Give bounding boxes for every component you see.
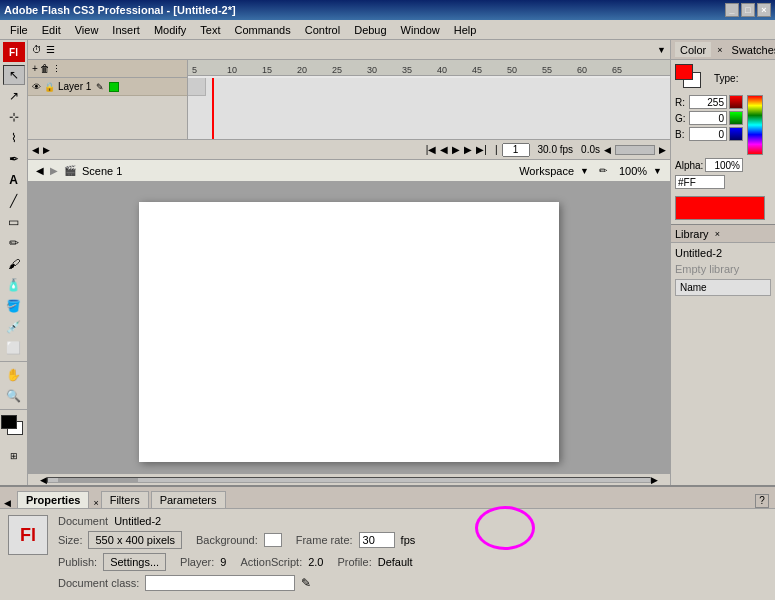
- lasso-tool[interactable]: ⌇: [3, 128, 25, 148]
- next-frame-btn[interactable]: ▶: [464, 144, 472, 155]
- scroll-h-track[interactable]: [47, 477, 651, 483]
- g-input[interactable]: [689, 111, 727, 125]
- frame-1[interactable]: [188, 78, 206, 96]
- layer-1-row[interactable]: 👁 🔒 Layer 1 ✎: [28, 78, 187, 96]
- hand-tool[interactable]: ✋: [3, 365, 25, 385]
- timeline-collapse[interactable]: ▼: [657, 45, 666, 55]
- b-input[interactable]: [689, 127, 727, 141]
- docclass-input[interactable]: [145, 575, 295, 591]
- size-value: 550 x 400 pixels: [95, 534, 175, 546]
- brush-tool[interactable]: 🖌: [3, 254, 25, 274]
- layer-visibility-icon[interactable]: 👁: [32, 82, 41, 92]
- fill-swatch[interactable]: [675, 64, 693, 80]
- workspace-label[interactable]: Workspace: [519, 165, 574, 177]
- r-input[interactable]: [689, 95, 727, 109]
- timeline-menu-icon[interactable]: ☰: [46, 44, 55, 55]
- pen-tool[interactable]: ✒: [3, 149, 25, 169]
- menu-help[interactable]: Help: [448, 22, 483, 38]
- canvas-area[interactable]: [28, 182, 670, 473]
- alpha-input[interactable]: [705, 158, 743, 172]
- scroll-h-right-btn[interactable]: ▶: [651, 475, 658, 485]
- nav-back-btn[interactable]: ◀: [36, 165, 44, 176]
- line-tool[interactable]: ╱: [3, 191, 25, 211]
- eraser-tool[interactable]: ⬜: [3, 338, 25, 358]
- stroke-fill-swatches[interactable]: [675, 64, 707, 92]
- rectangle-tool[interactable]: ▭: [3, 212, 25, 232]
- prev-frame-btn[interactable]: ◀: [440, 144, 448, 155]
- scroll-h-thumb[interactable]: [58, 478, 138, 482]
- g-gradient[interactable]: [729, 111, 743, 125]
- filters-tab[interactable]: Filters: [101, 491, 149, 508]
- zoom-dropdown-icon[interactable]: ▼: [653, 166, 662, 176]
- scroll-h-left-btn[interactable]: ◀: [40, 475, 47, 485]
- menu-control[interactable]: Control: [299, 22, 346, 38]
- r-gradient[interactable]: [729, 95, 743, 109]
- menu-view[interactable]: View: [69, 22, 105, 38]
- nav-forward-btn[interactable]: ▶: [50, 165, 58, 176]
- title-buttons[interactable]: _ □ ×: [725, 3, 771, 17]
- flash-canvas[interactable]: [139, 202, 559, 462]
- collapse-timeline-btn[interactable]: ◀: [32, 145, 39, 155]
- close-button[interactable]: ×: [757, 3, 771, 17]
- add-layer-btn[interactable]: +: [32, 63, 38, 74]
- pencil-tool[interactable]: ✏: [3, 233, 25, 253]
- layer-lock-icon[interactable]: 🔒: [44, 82, 55, 92]
- docclass-edit-icon[interactable]: ✎: [301, 576, 311, 590]
- b-gradient[interactable]: [729, 127, 743, 141]
- size-button[interactable]: 550 x 400 pixels: [88, 531, 182, 549]
- menu-insert[interactable]: Insert: [106, 22, 146, 38]
- frame-rate-input[interactable]: [359, 532, 395, 548]
- color-tab[interactable]: Color: [675, 42, 711, 57]
- current-frame-input[interactable]: [502, 143, 530, 157]
- properties-tab[interactable]: Properties: [17, 491, 89, 508]
- timeline-header: ⏱ ☰ ▼: [28, 40, 670, 60]
- menu-text[interactable]: Text: [194, 22, 226, 38]
- menu-edit[interactable]: Edit: [36, 22, 67, 38]
- prop-fields: Document Untitled-2 Size: 550 x 400 pixe…: [58, 515, 415, 591]
- color-spectrum[interactable]: [747, 95, 763, 155]
- subselect-tool[interactable]: ↗: [3, 86, 25, 106]
- scroll-left-btn[interactable]: ◀: [604, 145, 611, 155]
- prev-keyframe-btn[interactable]: |◀: [426, 144, 437, 155]
- next-keyframe-btn[interactable]: ▶|: [476, 144, 487, 155]
- maximize-button[interactable]: □: [741, 3, 755, 17]
- menu-window[interactable]: Window: [395, 22, 446, 38]
- edit-bar-icon[interactable]: ✏: [599, 165, 607, 176]
- minimize-button[interactable]: _: [725, 3, 739, 17]
- timeline-scrollbar[interactable]: [615, 145, 655, 155]
- ink-bottle-tool[interactable]: 🧴: [3, 275, 25, 295]
- play-btn[interactable]: ▶: [452, 144, 460, 155]
- select-tool[interactable]: ↖: [3, 65, 25, 85]
- color-tab-close[interactable]: ×: [717, 45, 722, 55]
- timeline: ⏱ ☰ ▼ + 🗑 ⋮ 5 10 15 20 25: [28, 40, 670, 160]
- menu-modify[interactable]: Modify: [148, 22, 192, 38]
- hex-input[interactable]: [675, 175, 725, 189]
- menu-file[interactable]: File: [4, 22, 34, 38]
- parameters-tab[interactable]: Parameters: [151, 491, 226, 508]
- free-transform-tool[interactable]: ⊹: [3, 107, 25, 127]
- timeline-frames[interactable]: [188, 78, 670, 139]
- zoom-tool[interactable]: 🔍: [3, 386, 25, 406]
- library-close[interactable]: ×: [715, 229, 720, 239]
- bg-color-swatch[interactable]: [264, 533, 282, 547]
- snap-to-grid-toggle[interactable]: ⊞: [3, 446, 25, 466]
- expand-timeline-btn[interactable]: ▶: [43, 145, 50, 155]
- scroll-right-btn[interactable]: ▶: [659, 145, 666, 155]
- delete-layer-btn[interactable]: 🗑: [40, 63, 50, 74]
- eyedropper-tool[interactable]: 💉: [3, 317, 25, 337]
- paint-bucket-tool[interactable]: 🪣: [3, 296, 25, 316]
- profile-label: Profile:: [337, 556, 371, 568]
- main-area: Fl ↖ ↗ ⊹ ⌇ ✒ A ╱ ▭ ✏ 🖌 🧴 🪣 💉 ⬜ ✋ 🔍 ⊞ ⏱ ☰: [0, 40, 775, 485]
- text-tool[interactable]: A: [3, 170, 25, 190]
- properties-tab-close[interactable]: ×: [93, 498, 98, 508]
- menu-debug[interactable]: Debug: [348, 22, 392, 38]
- collapse-prop-btn[interactable]: ◀: [4, 498, 11, 508]
- fill-color-swatch[interactable]: [1, 415, 17, 429]
- workspace-dropdown-icon[interactable]: ▼: [580, 166, 589, 176]
- canvas-scrollbar-h[interactable]: ◀ ▶: [28, 473, 670, 485]
- prop-help-btn[interactable]: ?: [755, 494, 769, 508]
- settings-button[interactable]: Settings...: [103, 553, 166, 571]
- swatches-tab[interactable]: Swatches: [727, 42, 775, 58]
- menu-commands[interactable]: Commands: [228, 22, 296, 38]
- layer-options-btn[interactable]: ⋮: [52, 64, 61, 74]
